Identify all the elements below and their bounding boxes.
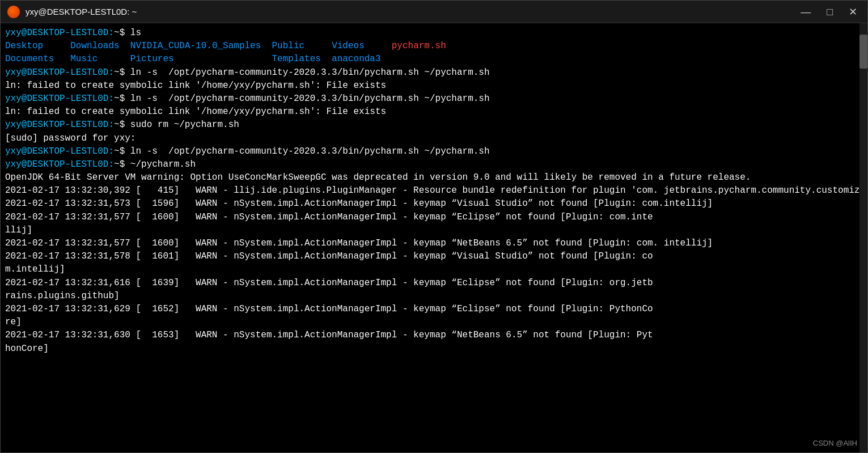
line-22: 2021-02-17 13:32:31,629 [ 1652] WARN - n… [5, 303, 863, 316]
line-7: ln: failed to create symbolic link '/hom… [5, 105, 863, 118]
line-9: [sudo] password for yxy: [5, 132, 863, 145]
watermark: CSDN @AlIH [813, 438, 857, 449]
line-6: yxy@DESKTOP-LESTL0D:~$ ln -s /opt/pychar… [5, 92, 863, 105]
title-bar: yxy@DESKTOP-LESTL0D: ~ — □ ✕ [1, 1, 867, 23]
window-title: yxy@DESKTOP-LESTL0D: ~ [26, 7, 137, 16]
line-13: 2021-02-17 13:32:30,392 [ 415] WARN - ll… [5, 184, 863, 197]
line-8: yxy@DESKTOP-LESTL0D:~$ sudo rm ~/pycharm… [5, 118, 863, 132]
title-bar-left: yxy@DESKTOP-LESTL0D: ~ [7, 6, 137, 18]
minimize-button[interactable]: — [797, 5, 814, 19]
terminal-window: yxy@DESKTOP-LESTL0D: ~ — □ ✕ yxy@DESKTOP… [0, 0, 868, 453]
line-10: yxy@DESKTOP-LESTL0D:~$ ln -s /opt/pychar… [5, 145, 863, 158]
line-17: 2021-02-17 13:32:31,577 [ 1600] WARN - n… [5, 237, 863, 250]
maximize-button[interactable]: □ [823, 5, 836, 19]
close-button[interactable]: ✕ [845, 5, 861, 19]
ubuntu-icon [7, 6, 20, 18]
line-16: llij] [5, 224, 863, 237]
line-24: 2021-02-17 13:32:31,630 [ 1653] WARN - n… [5, 329, 863, 342]
prompt-1: yxy@DESKTOP-LESTL0D: [5, 28, 114, 38]
line-21: rains.plugins.github] [5, 290, 863, 303]
line-20: 2021-02-17 13:32:31,616 [ 1639] WARN - n… [5, 277, 863, 290]
ls-output-2: Documents Music Pictures Templates anaco… [5, 53, 863, 66]
line-25: honCore] [5, 342, 863, 355]
line-19: m.intellij] [5, 263, 863, 276]
terminal-body[interactable]: yxy@DESKTOP-LESTL0D:~$ ls Desktop Downlo… [1, 23, 867, 452]
line-14: 2021-02-17 13:32:31,573 [ 1596] WARN - n… [5, 197, 863, 210]
ls-output-1: Desktop Downloads NVIDIA_CUDA-10.0_Sampl… [5, 40, 863, 53]
line-5: ln: failed to create symbolic link '/hom… [5, 79, 863, 92]
line-23: re] [5, 316, 863, 329]
line-18: 2021-02-17 13:32:31,578 [ 1601] WARN - n… [5, 250, 863, 263]
scrollbar-thumb[interactable] [859, 35, 867, 69]
line-11: yxy@DESKTOP-LESTL0D:~$ ~/pycharm.sh [5, 158, 863, 171]
scrollbar[interactable] [859, 23, 867, 452]
line-1: yxy@DESKTOP-LESTL0D:~$ ls [5, 27, 863, 40]
line-12: OpenJDK 64-Bit Server VM warning: Option… [5, 171, 863, 184]
line-15: 2021-02-17 13:32:31,577 [ 1600] WARN - n… [5, 211, 863, 224]
line-4: yxy@DESKTOP-LESTL0D:~$ ln -s /opt/pychar… [5, 66, 863, 79]
title-bar-controls: — □ ✕ [797, 5, 861, 19]
